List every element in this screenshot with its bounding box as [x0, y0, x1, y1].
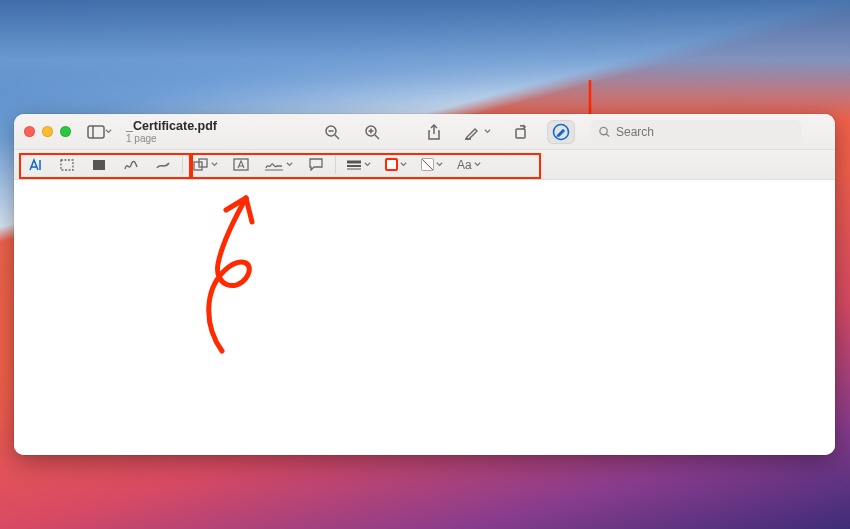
separator: [335, 156, 336, 174]
text-style-picker[interactable]: Aa: [453, 154, 485, 176]
toolbar-right: [318, 120, 575, 144]
rotate-icon: [513, 124, 529, 140]
stroke-color-picker[interactable]: [381, 154, 411, 176]
chevron-down-icon: [364, 161, 371, 168]
redact-tool[interactable]: [86, 154, 112, 176]
sidebar-toggle[interactable]: [83, 120, 116, 144]
preview-window: _Certificate.pdf 1 page: [14, 114, 835, 455]
svg-line-5: [335, 135, 339, 139]
search-input[interactable]: [616, 125, 793, 139]
chevron-down-icon: [436, 161, 443, 168]
separator: [182, 156, 183, 174]
draw-tool[interactable]: [150, 154, 176, 176]
close-window-button[interactable]: [24, 126, 35, 137]
sketch-icon: [123, 159, 139, 171]
draw-icon: [155, 159, 171, 171]
markup-group-insert: [189, 154, 329, 176]
page-count: 1 page: [126, 133, 157, 145]
fill-color-picker[interactable]: [417, 154, 447, 176]
sidebar-icon: [87, 125, 105, 139]
share-button[interactable]: [420, 120, 448, 144]
chevron-down-icon: [211, 161, 218, 168]
sketch-tool[interactable]: [118, 154, 144, 176]
document-title: _Certificate.pdf: [126, 119, 217, 133]
rectangle-select-icon: [60, 159, 74, 171]
markup-pen-icon: [552, 123, 570, 141]
search-field[interactable]: [591, 120, 801, 144]
text-selection-tool[interactable]: [22, 154, 48, 176]
markup-toolbar: Aa: [14, 150, 835, 180]
shapes-icon: [193, 158, 209, 172]
document-canvas[interactable]: [14, 180, 835, 455]
markup-group-style: Aa: [342, 154, 485, 176]
shapes-tool[interactable]: [189, 154, 222, 176]
rotate-button[interactable]: [507, 120, 535, 144]
svg-rect-13: [516, 129, 525, 138]
share-icon: [427, 123, 441, 141]
note-icon: [309, 158, 323, 171]
svg-point-15: [600, 127, 607, 134]
text-style-label: Aa: [457, 158, 472, 172]
zoom-out-button[interactable]: [318, 120, 346, 144]
freehand-annotation-swirl: [174, 186, 274, 356]
search-icon: [599, 126, 610, 138]
zoom-in-button[interactable]: [358, 120, 386, 144]
zoom-in-icon: [364, 124, 380, 140]
svg-line-16: [606, 133, 609, 136]
highlight-pen-icon: [464, 124, 480, 140]
rectangular-selection-tool[interactable]: [54, 154, 80, 176]
svg-rect-18: [61, 160, 73, 170]
redact-icon: [92, 159, 106, 171]
text-box-icon: [233, 158, 249, 171]
zoom-out-icon: [324, 124, 340, 140]
svg-rect-19: [93, 160, 105, 170]
minimize-window-button[interactable]: [42, 126, 53, 137]
chevron-down-icon: [484, 128, 491, 135]
textbox-tool[interactable]: [228, 154, 254, 176]
window-controls: [24, 126, 71, 137]
svg-line-8: [375, 135, 379, 139]
chevron-down-icon: [474, 161, 481, 168]
svg-rect-20: [194, 162, 202, 170]
signature-icon: [264, 159, 284, 171]
highlight-button[interactable]: [460, 120, 495, 144]
line-style-icon: [346, 160, 362, 170]
sign-tool[interactable]: [260, 154, 297, 176]
fill-color-swatch: [421, 158, 434, 171]
line-style-picker[interactable]: [342, 154, 375, 176]
svg-rect-21: [199, 159, 207, 167]
chevron-down-icon: [286, 161, 293, 168]
stroke-color-swatch: [385, 158, 398, 171]
zoom-window-button[interactable]: [60, 126, 71, 137]
text-cursor-icon: [27, 158, 43, 172]
markup-toggle-button[interactable]: [547, 120, 575, 144]
titlebar: _Certificate.pdf 1 page: [14, 114, 835, 150]
markup-group-selection: [22, 154, 176, 176]
chevron-down-icon: [400, 161, 407, 168]
note-tool[interactable]: [303, 154, 329, 176]
document-title-block: _Certificate.pdf 1 page: [126, 119, 256, 145]
chevron-down-icon: [105, 128, 112, 135]
svg-rect-2: [88, 126, 104, 138]
